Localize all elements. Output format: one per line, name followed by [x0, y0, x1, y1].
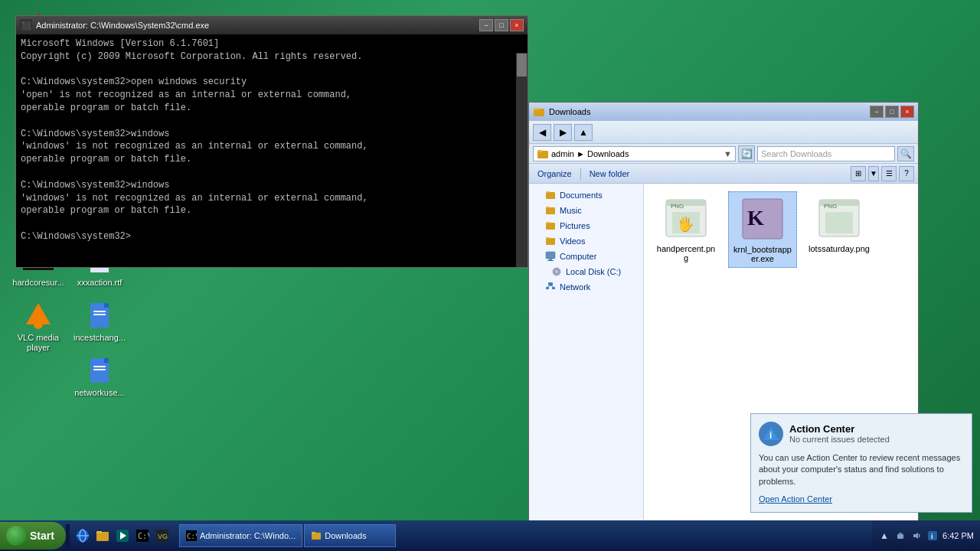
organize-btn[interactable]: Organize [533, 168, 577, 180]
view-btn-1[interactable]: ⊞ [851, 166, 866, 181]
file-icon-handpercent: PNG 🖐 [663, 195, 709, 241]
file-item-lotssaturday[interactable]: PNG lotssaturday.png [805, 191, 874, 268]
tray-time-display: 6:42 PM [942, 531, 974, 540]
cmd-line: 'open' is not recognized as an internal … [21, 89, 523, 102]
taskbar-cmd-label: Administrator: C:\Windo... [200, 531, 296, 540]
tray-volume[interactable] [910, 530, 923, 542]
sidebar-localdisk-label: Local Disk (C:) [566, 267, 621, 276]
svg-rect-47 [534, 108, 538, 110]
tray-action-center[interactable]: i [926, 530, 939, 542]
svg-rect-53 [546, 207, 550, 208]
svg-line-66 [547, 285, 550, 287]
media-quicklaunch[interactable] [113, 527, 132, 545]
desktop-icon-networkuse[interactable]: networkuse... [73, 355, 126, 398]
svg-rect-63 [548, 282, 553, 285]
sidebar-item-pictures[interactable]: Pictures [529, 218, 643, 233]
svg-text:C:\: C:\ [138, 532, 149, 540]
cmd-minimize-btn[interactable]: − [479, 19, 493, 31]
svg-rect-64 [546, 287, 549, 289]
svg-rect-45 [93, 369, 106, 370]
search-box[interactable]: Search Downloads [757, 146, 895, 161]
sidebar-item-music[interactable]: Music [529, 203, 643, 218]
address-dropdown-icon[interactable]: ▼ [724, 149, 732, 158]
start-button[interactable]: Start [0, 522, 66, 549]
desktop-icon-vlc[interactable]: VLC media player [11, 300, 65, 353]
explorer-maximize-btn[interactable]: □ [885, 106, 899, 118]
svg-text:C:\: C:\ [187, 533, 197, 540]
svg-rect-56 [546, 238, 555, 245]
desktop-icon-networkuse-label: networkuse... [74, 388, 124, 398]
cmd-line: 'windows' is not recognized as an intern… [21, 192, 523, 205]
address-input[interactable]: admin ► Downloads ▼ [533, 146, 736, 161]
view-dropdown-btn[interactable]: ▼ [868, 166, 879, 181]
desktop: 3 Re... Opera datadirect... toporganiza.… [0, 0, 980, 551]
svg-rect-55 [546, 222, 550, 223]
taskbar-item-explorer[interactable]: Downloads [304, 524, 396, 547]
svg-rect-78 [825, 212, 853, 233]
tray-network[interactable] [894, 530, 906, 542]
refresh-btn[interactable]: 🔄 [738, 145, 755, 162]
cmd-window: ⬛ Administrator: C:\Windows\System32\cmd… [15, 15, 528, 268]
system-tray: ▲ i 6:42 PM [872, 520, 980, 551]
svg-rect-51 [546, 191, 550, 193]
action-center-header: i Action Center No current issues detect… [759, 422, 964, 446]
file-label-lotssaturday: lotssaturday.png [808, 244, 870, 253]
address-text: admin ► Downloads [551, 149, 629, 158]
cmd-line: Microsoft Windows [Version 6.1.7601] [21, 37, 523, 51]
svg-rect-49 [537, 150, 542, 152]
sidebar-item-videos[interactable]: Videos [529, 233, 643, 249]
svg-text:K: K [747, 206, 764, 230]
cmd-line: C:\Windows\system32>windows [21, 179, 523, 192]
cmd-line: operable program or batch file. [21, 204, 523, 217]
sidebar-item-documents[interactable]: Documents [529, 187, 643, 203]
forward-btn[interactable]: ▶ [554, 124, 572, 141]
file-item-handpercent[interactable]: PNG 🖐 handpercent.png [652, 191, 720, 268]
taskbar-item-cmd[interactable]: C:\ Administrator: C:\Windo... [179, 524, 302, 547]
vgautil-quicklaunch[interactable]: VG [153, 527, 172, 545]
svg-rect-59 [549, 259, 552, 260]
cmd-window-controls: − □ × [479, 19, 524, 31]
file-icon-lotssaturday: PNG [816, 195, 862, 241]
cmd-line: operable program or batch file. [21, 102, 523, 115]
file-item-krnl[interactable]: K krnl_bootstrapper.exe [728, 191, 797, 268]
ie-quicklaunch[interactable] [74, 527, 92, 545]
cmd-content[interactable]: Microsoft Windows [Version 6.1.7601] Cop… [16, 34, 528, 249]
sidebar-item-computer[interactable]: Computer [529, 249, 643, 264]
explorer-close-btn[interactable]: × [900, 106, 914, 118]
sidebar-item-localdisk[interactable]: Local Disk (C:) [529, 264, 643, 279]
svg-rect-65 [552, 287, 555, 289]
action-center-body: You can use Action Center to review rece… [759, 452, 964, 487]
cmd-maximize-btn[interactable]: □ [495, 19, 508, 31]
svg-rect-60 [547, 260, 554, 261]
back-btn[interactable]: ◀ [533, 124, 551, 141]
cmd-title-icon: ⬛ [20, 19, 32, 31]
music-icon [544, 204, 557, 217]
tray-time[interactable]: 6:42 PM [942, 531, 974, 540]
explorer-minimize-btn[interactable]: − [870, 106, 884, 118]
desktop-icon-incestchang-label: incestchang... [74, 333, 126, 343]
cmd-close-btn[interactable]: × [510, 19, 524, 31]
cmd-scrollbar[interactable] [516, 53, 528, 267]
explorer-quicklaunch[interactable] [93, 527, 112, 545]
file-label-krnl: krnl_bootstrapper.exe [733, 245, 792, 263]
cmd-quicklaunch[interactable]: C:\ [133, 527, 152, 545]
start-orb [6, 526, 26, 546]
desktop-icon-incestchang[interactable]: incestchang... [73, 300, 126, 343]
sidebar-item-network[interactable]: Network [529, 279, 643, 295]
sidebar-network-label: Network [560, 282, 590, 292]
explorer-actionbar: Organize New folder ⊞ ▼ ☰ ? [529, 164, 918, 184]
cmd-line: Copyright (c) 2009 Microsoft Corporation… [21, 51, 523, 64]
tray-show-hidden[interactable]: ▲ [878, 530, 890, 542]
svg-rect-52 [546, 207, 555, 214]
view-btn-2[interactable]: ☰ [881, 166, 897, 181]
cmd-line [21, 166, 523, 179]
action-center-title-block: Action Center No current issues detected [789, 423, 890, 444]
open-action-center-link[interactable]: Open Action Center [759, 494, 832, 504]
network-icon [544, 281, 557, 293]
action-center-title: Action Center [789, 423, 890, 435]
svg-rect-35 [34, 317, 43, 324]
up-btn[interactable]: ▲ [574, 124, 593, 141]
new-folder-btn[interactable]: New folder [585, 168, 635, 180]
search-btn[interactable]: 🔍 [897, 146, 914, 161]
help-btn[interactable]: ? [899, 166, 914, 181]
